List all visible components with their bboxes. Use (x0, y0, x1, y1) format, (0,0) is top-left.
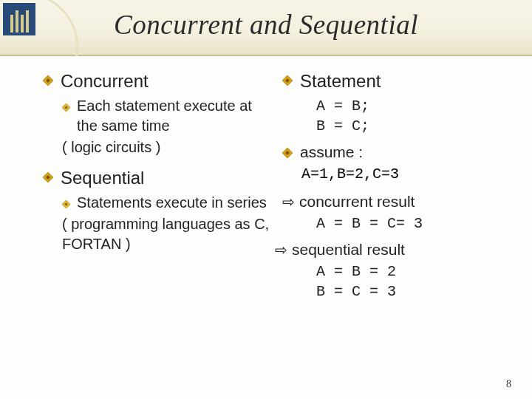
subitem-sequential-note: ( programming languages as C, FORTAN ) (62, 214, 270, 254)
subitem-concurrent-note: ( logic circuits ) (62, 137, 270, 157)
heading-text: assume : (300, 143, 363, 161)
subitem-text: Each statement execute at the same time (77, 96, 270, 136)
small-diamond-bullet-icon (62, 198, 70, 206)
subitem-text: Statements execute in series (77, 193, 267, 213)
slide-header: Concurrent and Sequential (0, 0, 532, 56)
right-column: Statement A = B; B = C; assume : A=1,B=2… (278, 71, 516, 301)
heading-concurrent: Concurrent (43, 71, 270, 92)
slide-content: Concurrent Each statement execute at the… (0, 56, 532, 301)
diamond-bullet-icon (43, 172, 53, 183)
heading-sequential: Sequential (43, 168, 270, 188)
concurrent-result-code: A = B = C= 3 (316, 214, 516, 233)
sequential-result-code-1: A = B = 2 (316, 262, 516, 282)
diamond-bullet-icon (282, 75, 293, 86)
small-diamond-bullet-icon (62, 101, 70, 109)
code-line-a: A = B; (316, 96, 516, 116)
page-number: 8 (506, 378, 511, 390)
assume-values: A=1,B=2,C=3 (301, 166, 516, 183)
sequential-result-code-2: B = C = 3 (316, 282, 516, 301)
heading-assume: assume : (282, 143, 516, 161)
slide-title: Concurrent and Sequential (0, 9, 532, 41)
left-column: Concurrent Each statement execute at the… (43, 71, 270, 301)
heading-statement: Statement (282, 71, 516, 92)
heading-text: Concurrent (61, 71, 149, 92)
sequential-result-line: ⇨ sequential result (275, 241, 516, 259)
arrow-right-icon: ⇨ (282, 193, 295, 211)
diamond-bullet-icon (282, 148, 293, 158)
code-line-b: B = C; (316, 116, 516, 136)
heading-text: Sequential (61, 168, 144, 188)
diamond-bullet-icon (43, 75, 53, 86)
result-label: concurrent result (299, 193, 415, 211)
subitem-concurrent-desc: Each statement execute at the same time (62, 96, 270, 136)
arrow-right-icon: ⇨ (275, 241, 287, 259)
result-label: sequential result (292, 241, 405, 259)
concurrent-result-line: ⇨ concurrent result (282, 193, 516, 211)
subitem-sequential-desc: Statements execute in series (62, 193, 270, 213)
heading-text: Statement (300, 71, 381, 92)
